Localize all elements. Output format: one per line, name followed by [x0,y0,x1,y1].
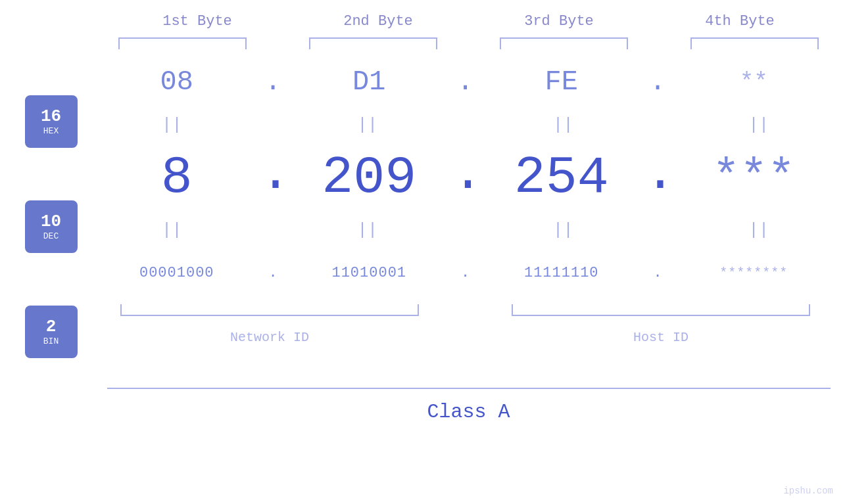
bin-dot-1: . [260,265,286,281]
network-id-label: Network ID [94,330,446,345]
dec-badge: 10 DEC [25,200,78,253]
header-row: 1st Byte 2nd Byte 3rd Byte 4th Byte [107,13,831,30]
hex-dot-3: . [644,66,671,98]
hex-b3-cell: FE [479,66,645,98]
hex-b4-cell: ** [671,69,837,96]
bin-badge: 2 BIN [25,306,78,358]
eq2-b4: || [681,220,837,240]
hex-b4-value: ** [740,69,768,96]
dec-b1-cell: 8 [94,148,260,208]
dec-dot-2: . [452,148,479,207]
hex-b2-cell: D1 [286,66,452,98]
hex-b2-value: D1 [352,66,385,98]
bracket-cell-1 [107,37,258,49]
bin-b2-value: 11010001 [331,265,406,281]
bracket-cell-3 [489,37,640,49]
dec-b4-value: *** [712,152,795,204]
dec-b1-value: 8 [161,148,193,208]
hex-b1-cell: 08 [94,66,260,98]
dec-dot-3: . [644,148,671,207]
byte2-header: 2nd Byte [306,13,450,30]
hex-badge-base: HEX [43,126,59,136]
watermark: ipshu.com [783,486,833,496]
eq2-b1: || [94,220,251,240]
byte3-header: 3rd Byte [487,13,631,30]
bin-badge-num: 2 [46,317,57,336]
dec-b2-value: 209 [322,148,416,208]
byte1-header: 1st Byte [125,13,270,30]
hex-dot-2: . [452,66,479,98]
bin-badge-base: BIN [43,336,59,346]
eq-row-1: || || || || [94,108,837,141]
badges-column: 16 HEX 10 DEC 2 BIN [9,56,94,384]
id-label-row: Network ID Host ID [94,324,837,350]
hex-badge: 16 HEX [25,95,78,148]
class-label: Class A [427,401,510,423]
host-bracket [512,304,811,316]
eq-row-2: || || || || [94,214,837,246]
class-bracket-line [107,388,831,389]
eq1-b4: || [681,115,837,135]
byte4-header: 4th Byte [667,13,812,30]
top-bracket-1 [118,37,247,49]
bracket-cell-2 [298,37,449,49]
bracket-cell-4 [679,37,831,49]
eq1-b1: || [94,115,251,135]
main-container: 1st Byte 2nd Byte 3rd Byte 4th Byte 16 H… [0,0,845,504]
top-bracket-3 [500,37,629,49]
eq2-b2: || [289,220,446,240]
hex-dot-1: . [260,66,286,98]
eq2-b3: || [485,220,642,240]
hex-badge-num: 16 [41,107,61,126]
dec-badge-base: DEC [43,231,59,241]
bin-row: 00001000 . 11010001 . 11111110 . *******… [94,246,837,299]
bin-dot-3: . [644,265,671,281]
dec-badge-num: 10 [41,212,61,231]
dec-b3-cell: 254 [479,148,645,208]
bottom-bracket-row [94,304,837,324]
top-bracket-2 [309,37,438,49]
bin-b4-value: ******** [719,265,788,281]
dec-b4-cell: *** [671,152,837,204]
dec-dot-1: . [260,148,286,207]
dec-b3-value: 254 [514,148,609,208]
data-grid: 08 . D1 . FE . ** || || [94,56,837,350]
network-bracket [120,304,420,316]
dec-row: 8 . 209 . 254 . *** [94,141,837,214]
bin-b1-value: 00001000 [139,265,214,281]
main-area: 16 HEX 10 DEC 2 BIN 08 . D1 [9,56,837,384]
bin-b4-cell: ******** [671,265,837,281]
bin-dot-2: . [452,265,479,281]
class-area: Class A [107,388,831,423]
hex-b1-value: 08 [160,66,193,98]
top-bracket-row [107,30,831,49]
bin-b2-cell: 11010001 [286,265,452,281]
bin-b3-value: 11111110 [524,265,599,281]
network-bracket-cell [94,304,446,316]
bin-b1-cell: 00001000 [94,265,260,281]
host-id-label: Host ID [485,330,837,345]
hex-b3-value: FE [545,66,578,98]
top-bracket-4 [690,37,819,49]
hex-row: 08 . D1 . FE . ** [94,56,837,108]
host-bracket-cell [485,304,837,316]
bin-b3-cell: 11111110 [479,265,645,281]
eq1-b2: || [289,115,446,135]
dec-b2-cell: 209 [286,148,452,208]
eq1-b3: || [485,115,642,135]
